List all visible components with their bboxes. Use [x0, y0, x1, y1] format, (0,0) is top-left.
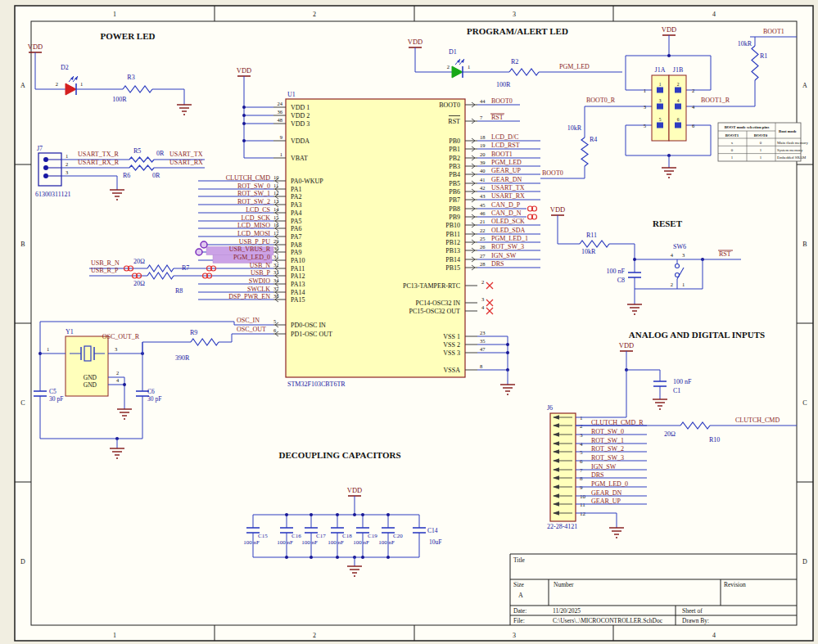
value[interactable]: 390R	[175, 354, 190, 362]
designator[interactable]: C5	[49, 388, 56, 395]
net-label[interactable]: USB_P_PU	[239, 238, 270, 245]
value[interactable]: 20Ω	[664, 430, 676, 438]
net-label[interactable]: DRS	[491, 260, 504, 268]
value[interactable]: 100 nF	[277, 539, 293, 546]
value[interactable]: 100 nF	[301, 539, 318, 546]
net-label[interactable]: PGM_LED_1	[491, 235, 528, 242]
value[interactable]: 100 nF	[353, 539, 369, 546]
net-label[interactable]: USB_N	[250, 262, 271, 269]
designator[interactable]: R3	[127, 74, 134, 81]
value[interactable]: 20Ω	[133, 258, 145, 265]
net-label-pgm-led[interactable]: PGM_LED	[559, 63, 590, 70]
net-label[interactable]: CAN_D_P	[491, 201, 521, 209]
part-number[interactable]: 61300311121	[35, 191, 70, 198]
value[interactable]: 10uF	[429, 538, 441, 546]
net-label[interactable]: ROT_SW_0	[591, 428, 624, 435]
part-number[interactable]: 22-28-4121	[547, 523, 577, 530]
designator[interactable]: C18	[342, 533, 352, 539]
designator[interactable]: C17	[316, 533, 326, 539]
value[interactable]: 100 nF	[243, 539, 260, 546]
jumper-pad[interactable]	[675, 123, 681, 128]
vdd-label[interactable]: VDD	[408, 38, 423, 46]
net-label[interactable]: SWCLK	[247, 286, 270, 293]
vdd-label[interactable]: VDD	[28, 43, 43, 51]
net-label[interactable]: ROT_SW_2	[237, 198, 270, 205]
designator[interactable]: C16	[291, 533, 301, 539]
connector-J7[interactable]	[38, 153, 61, 186]
net-label[interactable]: BOOT0	[491, 97, 513, 105]
value[interactable]: 100R	[112, 96, 127, 103]
net-label[interactable]: USART_TX_R	[78, 151, 119, 158]
jumper-pad[interactable]	[675, 104, 681, 110]
value[interactable]: 30 pF	[147, 395, 161, 403]
designator[interactable]: C1	[673, 387, 680, 394]
net-label[interactable]: USB_VBUS_R	[229, 245, 271, 253]
net-label[interactable]: USART_TX	[491, 184, 525, 191]
net-label-boot1[interactable]: BOOT1	[763, 28, 784, 35]
net-label[interactable]: LCD_MOSI	[237, 230, 270, 237]
net-label[interactable]: IGN_SW	[591, 463, 617, 471]
vdd-label[interactable]: VDD	[662, 25, 676, 34]
designator-SW6[interactable]: SW6	[673, 243, 686, 250]
net-label[interactable]: DSP_PWR_EN	[228, 293, 270, 300]
net-label-usb-r-n[interactable]: USB_R_N	[91, 259, 120, 267]
jumper-pad[interactable]	[657, 88, 663, 93]
value[interactable]: 100R	[496, 81, 511, 88]
jumper-pad[interactable]	[675, 88, 681, 93]
net-label-clutch-cmd[interactable]: CLUTCH_CMD	[735, 417, 780, 424]
vdd-label[interactable]: VDD	[619, 341, 634, 349]
value[interactable]: 100 nF	[607, 268, 626, 275]
net-label[interactable]: LCD_MISO	[237, 222, 270, 229]
net-label[interactable]: PGM_LED_0	[591, 480, 628, 488]
vdd-label[interactable]: VDD	[550, 205, 565, 214]
net-label-usb-r-p[interactable]: USB_R_P	[91, 267, 119, 274]
net-label[interactable]: USART_TX	[169, 151, 203, 158]
net-label[interactable]: DRS	[591, 471, 604, 479]
value[interactable]: 100 nF	[328, 539, 344, 546]
designator[interactable]: R10	[709, 436, 720, 444]
value[interactable]: 0R	[152, 172, 160, 179]
net-label[interactable]: PGM_LED_0	[233, 254, 270, 261]
net-label-osc-in[interactable]: OSC_IN	[237, 317, 260, 324]
net-label[interactable]: SWDIO	[249, 277, 270, 285]
vdd-label[interactable]: VDD	[347, 486, 362, 494]
designator[interactable]: C8	[617, 277, 625, 284]
net-label[interactable]: LCD_D/C	[491, 133, 518, 141]
designator[interactable]: C6	[147, 388, 155, 395]
designator[interactable]: R9	[190, 329, 197, 336]
net-label[interactable]: LCD_CS	[246, 206, 270, 214]
designator-J6[interactable]: J6	[547, 404, 553, 412]
net-label[interactable]: ROT_SW_0	[237, 182, 270, 190]
designator-Y1[interactable]: Y1	[66, 328, 74, 336]
designator[interactable]: C15	[258, 533, 268, 539]
value[interactable]: 20Ω	[133, 280, 145, 287]
designator-U1[interactable]: U1	[287, 91, 296, 98]
net-label[interactable]: CAN_D_N	[491, 209, 522, 217]
designator[interactable]: D1	[449, 48, 457, 56]
designator[interactable]: C20	[393, 533, 403, 539]
connector-J6[interactable]	[550, 413, 576, 521]
net-label[interactable]: BOOT1	[491, 151, 513, 158]
net-label[interactable]: USART_RX	[169, 159, 203, 166]
net-label[interactable]: ROT_SW_1	[591, 437, 624, 444]
net-label[interactable]: CLUTCH_CMD_R	[591, 419, 644, 426]
designator[interactable]: J1B	[673, 66, 683, 74]
net-label[interactable]: PGM_LED	[491, 159, 522, 166]
designator[interactable]: R1	[760, 52, 767, 60]
designator[interactable]: R4	[590, 136, 597, 143]
net-label-boot0[interactable]: BOOT0	[542, 169, 563, 177]
designator[interactable]: R6	[123, 172, 130, 179]
designator[interactable]: R5	[133, 147, 141, 155]
designator[interactable]: R11	[586, 232, 597, 239]
net-label[interactable]: GEAR_UP	[591, 498, 621, 505]
net-label[interactable]: GEAR_DN	[591, 489, 622, 497]
net-label[interactable]: IGN_SW	[491, 252, 517, 259]
designator[interactable]: C19	[368, 533, 377, 539]
net-label[interactable]: GEAR_UP	[491, 167, 522, 174]
designator[interactable]: R7	[182, 264, 189, 272]
value[interactable]: 10kR	[738, 40, 752, 47]
net-label-osc-out-r[interactable]: OSC_OUT_R	[102, 333, 140, 340]
net-label[interactable]: USART_RX	[491, 192, 525, 200]
value[interactable]: 10kR	[567, 124, 582, 132]
net-label-boot1-r[interactable]: BOOT1_R	[701, 97, 730, 104]
